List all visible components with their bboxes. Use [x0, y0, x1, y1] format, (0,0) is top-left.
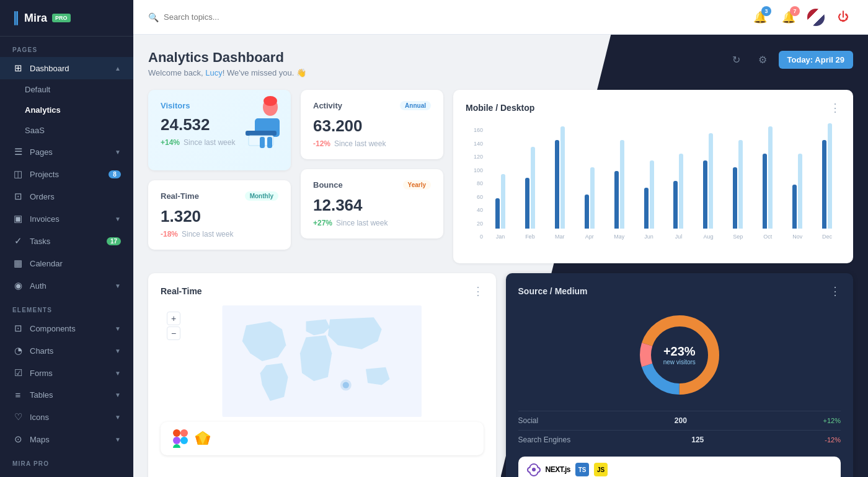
power-button[interactable]: ⏻: [833, 7, 853, 27]
bar-label: Jan: [496, 234, 505, 240]
bar-pair: [703, 123, 713, 229]
sidebar-item-orders[interactable]: ⊡ Orders: [0, 185, 133, 208]
bar-light: [798, 154, 802, 229]
power-icon: ⏻: [838, 11, 849, 24]
y-label: 160: [466, 127, 483, 133]
sidebar-item-label: Charts: [30, 346, 108, 356]
chevron-down-icon: ▼: [115, 282, 121, 289]
sidebar-item-default[interactable]: Default: [0, 79, 133, 100]
orders-icon: ⊡: [12, 191, 24, 202]
bar-label: Jun: [644, 234, 653, 240]
bar-light: [560, 126, 565, 229]
bar-dark: [703, 160, 707, 229]
sidebar-item-icons[interactable]: ♡ Icons ▼: [0, 406, 133, 428]
source-name: Social: [518, 416, 539, 425]
sidebar-item-label: Components: [30, 324, 108, 333]
chevron-down-icon: ▼: [115, 436, 121, 443]
sidebar-item-auth[interactable]: ◉ Auth ▼: [0, 274, 133, 297]
svg-rect-14: [173, 444, 180, 448]
logos-row: [161, 422, 484, 455]
filter-icon: ⚙: [758, 54, 767, 66]
realtime-badge: Monthly: [245, 191, 278, 201]
y-label: 20: [466, 221, 483, 227]
page-header: Analytics Dashboard Welcome back, Lucy! …: [148, 50, 853, 77]
activity-title: Activity: [313, 101, 342, 110]
bar-group: Aug: [694, 123, 722, 240]
filter-button[interactable]: ⚙: [753, 50, 773, 69]
sidebar-item-projects[interactable]: ◫ Projects 8: [0, 163, 133, 185]
source-list: Social 200 +12% Search Engines 125 -12%: [518, 411, 841, 449]
sidebar-item-saas[interactable]: SaaS: [0, 120, 133, 141]
sidebar-item-tables[interactable]: ≡ Tables ▼: [0, 384, 133, 406]
sidebar-item-charts[interactable]: ◔ Charts ▼: [0, 339, 133, 362]
sidebar-item-components[interactable]: ⊡ Components ▼: [0, 317, 133, 339]
sidebar-item-label: Pages: [30, 147, 108, 157]
search-wrapper: 🔍: [148, 12, 347, 22]
realtime-change: -18%: [161, 230, 178, 239]
sidebar-item-invoices[interactable]: ▣ Invoices ▼: [0, 208, 133, 230]
content-inner: Analytics Dashboard Welcome back, Lucy! …: [133, 35, 868, 477]
search-input[interactable]: [164, 12, 347, 22]
bar-light: [590, 167, 595, 229]
sidebar-item-label: Invoices: [30, 214, 108, 224]
language-flag[interactable]: [807, 9, 825, 26]
visitors-card: Visitors 24.532 +14% Since last week: [148, 90, 291, 170]
bar-group: Dec: [813, 123, 841, 240]
chevron-down-icon: ▼: [115, 325, 121, 332]
sidebar-item-forms[interactable]: ☑ Forms ▼: [0, 362, 133, 384]
refresh-button[interactable]: ↻: [727, 50, 746, 69]
source-header: Source / Medium ⋮: [518, 284, 841, 298]
activity-since: Since last week: [334, 139, 386, 148]
bar-label: Jul: [675, 234, 683, 240]
bar-dark: [822, 140, 826, 229]
bounce-change: +27%: [313, 219, 332, 227]
sidebar-item-dashboard[interactable]: ⊞ Dashboard ▲: [0, 57, 133, 79]
topbar: 🔍 🔔 3 🔔 7 ⏻: [133, 0, 868, 35]
forms-icon: ☑: [12, 367, 24, 379]
page-title: Analytics Dashboard: [148, 50, 306, 66]
source-title: Source / Medium: [518, 286, 588, 296]
alerts-button[interactable]: 🔔 7: [779, 7, 799, 27]
pages-icon: ☰: [12, 146, 24, 157]
source-medium-card: Source / Medium ⋮: [506, 273, 854, 477]
sidebar-item-label: Forms: [30, 369, 108, 378]
bar-chart-area: 160 140 120 100 80 60 40 20 0 JanFebMarA…: [466, 122, 841, 252]
dark-logos-row: NEXT.js TS JS: [518, 457, 841, 477]
notifications-button[interactable]: 🔔 3: [750, 7, 770, 27]
world-map-svg: [161, 305, 484, 417]
app-name: Mira: [24, 12, 47, 25]
page-subtitle: Welcome back, Lucy! We've missed you. 👋: [148, 68, 306, 77]
bounce-footer: +27% Since last week: [313, 219, 431, 227]
y-label: 80: [466, 180, 483, 186]
chevron-down-icon: ▼: [115, 414, 121, 421]
sidebar-item-pages[interactable]: ☰ Pages ▼: [0, 141, 133, 163]
activity-header: Activity Annual: [313, 101, 431, 110]
sidebar-item-label: Icons: [30, 413, 108, 422]
auth-icon: ◉: [12, 280, 24, 291]
bar-pair: [614, 123, 624, 229]
bar-label: Oct: [763, 234, 772, 240]
map-title: Real-Time: [161, 286, 202, 296]
notifications-badge: 3: [761, 6, 771, 16]
sidebar-item-calendar[interactable]: ▦ Calendar: [0, 252, 133, 274]
source-menu-button[interactable]: ⋮: [830, 284, 841, 298]
sidebar-item-label: Orders: [30, 192, 121, 201]
bar-dark: [644, 188, 649, 229]
sidebar-item-label: Analytics: [25, 105, 121, 115]
source-row: Social 200 +12%: [518, 411, 841, 430]
logo-icon: ∥: [12, 10, 19, 26]
realtime-map-card: Real-Time ⋮ + −: [148, 273, 496, 477]
map-menu-button[interactable]: ⋮: [472, 284, 484, 298]
bars-container: JanFebMarAprMayJunJulAugSepOctNovDec: [487, 127, 841, 252]
bar-pair: [763, 123, 773, 229]
bar-pair: [822, 123, 832, 229]
sidebar-item-maps[interactable]: ⊙ Maps ▼: [0, 428, 133, 450]
date-button[interactable]: Today: April 29: [779, 51, 853, 69]
sidebar-item-analytics[interactable]: Analytics: [0, 100, 133, 120]
bar-label: Dec: [822, 234, 832, 240]
invoices-icon: ▣: [12, 213, 24, 224]
chart-menu-button[interactable]: ⋮: [830, 101, 841, 115]
sidebar-item-tasks[interactable]: ✓ Tasks 17: [0, 230, 133, 252]
bar-group: Apr: [576, 123, 603, 240]
figma-icon: [173, 429, 188, 448]
